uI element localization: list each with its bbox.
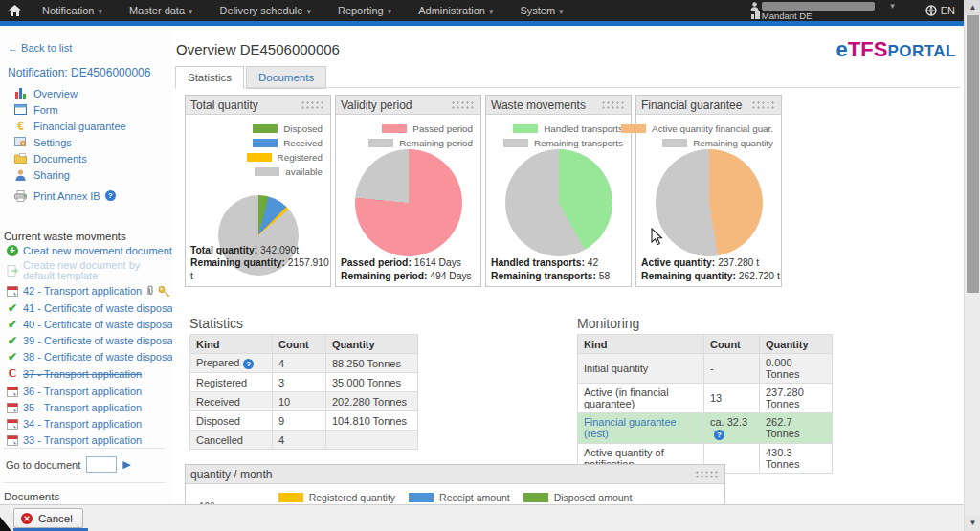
table-row: Cancelled 4 — [190, 431, 418, 450]
user-icon — [750, 2, 759, 11]
folder-icon — [13, 153, 28, 165]
drag-handle-icon[interactable] — [695, 470, 720, 478]
drag-handle-icon[interactable] — [751, 100, 776, 109]
nav-reporting[interactable]: Reporting▾ — [324, 0, 405, 22]
legend-swatch — [621, 124, 646, 133]
calendar-icon — [6, 402, 19, 413]
bar-chart-icon — [13, 88, 28, 100]
legend-swatch — [523, 493, 548, 502]
panel-title: Total quantity — [190, 99, 301, 112]
cancelled-icon: C — [6, 366, 19, 381]
calendar-icon — [6, 285, 19, 297]
template-page-icon — [6, 265, 19, 277]
back-to-list-link[interactable]: ← Back to list — [8, 42, 72, 54]
help-icon[interactable]: ? — [243, 359, 254, 369]
legend: Disposed Received Registered available — [186, 122, 330, 179]
legend-swatch — [255, 167, 279, 176]
create-movement-document-link[interactable]: + Creat new movement document — [6, 244, 170, 257]
document-link-42[interactable]: 42 - Transport application — [6, 284, 170, 298]
vertical-scrollbar[interactable]: ▲ ▼ — [964, 0, 980, 531]
tab-documents[interactable]: Documents — [246, 66, 326, 89]
sidebar-item-financial-guarantee[interactable]: € Financial guarantee — [13, 118, 126, 134]
drag-handle-icon[interactable] — [601, 100, 626, 109]
nav-notification[interactable]: Notification▾ — [29, 0, 116, 22]
nav-master-data[interactable]: Master data▾ — [116, 0, 207, 22]
user-menu[interactable]: ▾ Mandant DE — [748, 0, 887, 21]
financial-guarantee-rest-link[interactable]: Financial guarantee (rest) — [578, 413, 704, 444]
globe-icon — [925, 5, 937, 16]
goto-document-input[interactable] — [86, 456, 117, 473]
chevron-down-icon: ▾ — [98, 1, 102, 22]
help-icon[interactable]: ? — [105, 190, 116, 201]
sidebar-item-overview[interactable]: Overview — [13, 85, 126, 101]
legend-swatch — [278, 493, 303, 502]
sidebar-item-documents[interactable]: Documents — [13, 150, 126, 166]
sidebar-item-print-annex[interactable]: Print Annex IB ? — [13, 188, 126, 204]
panel-title: Waste movements — [491, 99, 601, 112]
legend: Registered quantity Receipt amount Dispo… — [186, 492, 724, 503]
goto-document-label: Go to document — [6, 459, 80, 471]
goto-document-row: Go to document ▶ — [6, 456, 131, 473]
calendar-icon — [6, 386, 19, 397]
sidebar-item-sharing[interactable]: Sharing — [13, 166, 126, 183]
settings-icon — [13, 137, 28, 148]
legend-swatch — [662, 139, 687, 147]
notification-id-label: Notification: DE4506000006 — [8, 66, 150, 79]
nav-administration[interactable]: Administration▾ — [405, 0, 506, 22]
table-row: Prepared? 4 88.250 Tonnes — [190, 354, 418, 373]
drag-handle-icon[interactable] — [301, 100, 325, 109]
tab-statistics[interactable]: Statistics — [175, 66, 244, 89]
table-row: Active (in financial guarantee) 13 237.2… — [578, 384, 833, 413]
goto-arrow-icon[interactable]: ▶ — [122, 458, 130, 471]
panel-footer: Total quantity: 342.090t Remaining quant… — [190, 244, 330, 283]
check-icon: ✔ — [6, 350, 19, 364]
panel-footer: Handled transports: 42 Remaining transpo… — [491, 256, 610, 282]
current-waste-movements-header: Current waste movments — [4, 231, 126, 242]
scroll-up-button[interactable]: ▲ — [965, 0, 980, 15]
calendar-icon — [6, 418, 19, 430]
form-window-icon — [13, 104, 28, 116]
document-link-38[interactable]: ✔ 38 - Certificate of waste disposal — [6, 350, 170, 364]
cancel-button[interactable]: ✕ Cancel — [13, 508, 83, 528]
document-link-34[interactable]: 34 - Transport application — [6, 417, 170, 431]
calendar-icon — [6, 434, 19, 446]
table-header-row: Kind Count Quantity — [190, 335, 418, 354]
nav-system[interactable]: System▾ — [506, 0, 576, 22]
table-header-row: Kind Count Quantity — [578, 335, 833, 354]
sidebar-item-settings[interactable]: Settings — [13, 134, 126, 150]
legend-swatch — [247, 153, 272, 162]
home-icon[interactable] — [0, 5, 29, 16]
scroll-down-button[interactable]: ▼ — [965, 516, 980, 531]
table-row: Initial quantity - 0.000 Tonnes — [578, 354, 833, 384]
nav-delivery-schedule[interactable]: Delivery schedule▾ — [207, 0, 324, 22]
document-link-37[interactable]: C 37 - Transport application — [6, 366, 170, 381]
panel-waste-movements: Waste movements Handled transports Remai… — [485, 95, 632, 287]
monitoring-table: Kind Count Quantity Initial quantity - 0… — [577, 334, 833, 474]
scrollbar-thumb[interactable] — [967, 15, 979, 293]
document-link-40[interactable]: ✔ 40 - Certificate of waste disposal — [6, 318, 170, 331]
panel-total-quantity: Total quantity Disposed Received Registe… — [185, 95, 331, 287]
paperclip-icon[interactable] — [145, 285, 156, 297]
table-row-financial-guarantee-rest: Financial guarantee (rest) ca. 32.3? 262… — [578, 413, 833, 444]
username-redacted — [762, 2, 875, 11]
document-link-35[interactable]: 35 - Transport application — [6, 401, 170, 414]
language-selector[interactable]: EN — [925, 5, 955, 16]
check-icon: ✔ — [6, 334, 19, 347]
chevron-down-icon: ▾ — [189, 1, 193, 22]
document-link-36[interactable]: 36 - Transport application — [6, 385, 170, 398]
document-link-33[interactable]: 33 - Transport application — [6, 433, 170, 447]
document-link-41[interactable]: ✔ 41 - Certificate of waste disposal — [6, 301, 170, 315]
key-icon[interactable] — [158, 285, 170, 297]
pie-chart-validity-period — [355, 149, 462, 256]
legend: Handled transports Remaining transports — [486, 122, 631, 150]
top-navbar: Notification▾ Master data▾ Delivery sche… — [0, 0, 980, 21]
chevron-down-icon: ▾ — [388, 1, 392, 22]
legend-swatch — [253, 139, 278, 147]
document-link-39[interactable]: ✔ 39 - Certificate of waste disposal — [6, 334, 170, 347]
chevron-down-icon: ▾ — [306, 1, 311, 22]
sidebar-item-form[interactable]: Form — [13, 101, 126, 118]
help-icon[interactable]: ? — [714, 430, 724, 440]
drag-handle-icon[interactable] — [451, 100, 476, 109]
statistics-heading: Statistics — [189, 316, 243, 331]
app-window: Notification▾ Master data▾ Delivery sche… — [0, 0, 980, 531]
